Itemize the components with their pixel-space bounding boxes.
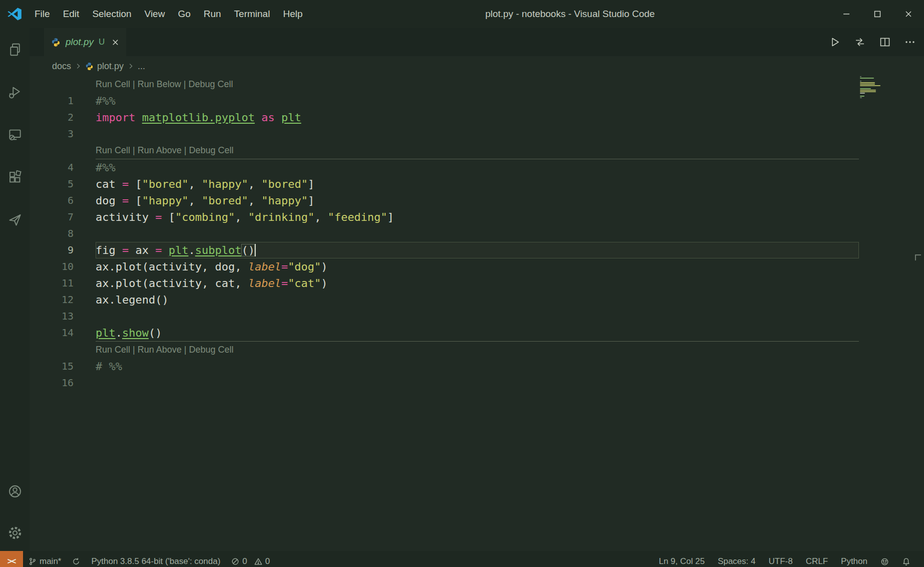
eol-item[interactable]: CRLF [799, 556, 834, 566]
minimap-line [860, 91, 876, 92]
run-debug-icon[interactable] [0, 71, 30, 113]
code-line-content: ax.plot(activity, cat, label="cat") [96, 275, 859, 292]
code-row: 3 [30, 126, 859, 142]
python-file-icon [51, 38, 61, 47]
explorer-icon[interactable] [0, 28, 30, 71]
code-row: 15# %% [30, 358, 859, 375]
breadcrumb-file[interactable]: plot.py [97, 61, 124, 72]
minimap-line [860, 97, 862, 98]
code-row: 11ax.plot(activity, cat, label="cat") [30, 275, 859, 292]
line-number: 13 [30, 308, 74, 325]
minimap-line [860, 96, 864, 97]
open-changes-icon[interactable] [854, 36, 866, 48]
tab-plot-py[interactable]: plot.py U [44, 28, 126, 56]
menu-file[interactable]: File [28, 0, 57, 28]
maximize-button[interactable] [862, 0, 893, 28]
code-row: 13 [30, 308, 859, 325]
menu-help[interactable]: Help [276, 0, 309, 28]
line-number: 9 [30, 242, 74, 258]
menu-edit[interactable]: Edit [57, 0, 86, 28]
language-mode-item[interactable]: Python [834, 556, 874, 566]
minimize-button[interactable] [831, 0, 862, 28]
code-line-content: cat = ["bored", "happy", "bored"] [96, 176, 859, 192]
line-number: 8 [30, 225, 74, 242]
feedback-smiley-icon[interactable] [874, 557, 895, 566]
cursor-position-item[interactable]: Ln 9, Col 25 [652, 556, 711, 566]
code-line-content [96, 308, 859, 325]
paper-plane-icon[interactable] [0, 198, 30, 241]
line-number [30, 342, 74, 358]
text-cursor [255, 244, 256, 256]
sync-item[interactable] [67, 557, 86, 565]
code-row: 6dog = ["happy", "bored", "happy"] [30, 192, 859, 209]
minimap-line [860, 82, 875, 83]
remote-indicator[interactable]: >< [0, 551, 23, 567]
breadcrumb-folder[interactable]: docs [52, 61, 71, 72]
line-number: 10 [30, 258, 74, 275]
minimap-line [860, 93, 865, 94]
line-number: 14 [30, 325, 74, 341]
codelens-content[interactable]: Run Cell | Run Above | Debug Cell [96, 142, 859, 159]
minimap-line [860, 84, 875, 85]
line-number [30, 76, 74, 93]
sync-icon [72, 557, 80, 565]
tab-bar: plot.py U [30, 28, 924, 56]
code-line-content [96, 126, 859, 142]
vscode-logo-icon [7, 7, 22, 22]
tab-close-icon[interactable] [112, 39, 119, 46]
line-number: 12 [30, 292, 74, 308]
status-bar: >< main* Python 3.8.5 64-bit ('base': co… [0, 551, 924, 567]
menu-run[interactable]: Run [197, 0, 228, 28]
encoding-item[interactable]: UTF-8 [762, 556, 799, 566]
minimap[interactable] [860, 76, 882, 100]
breadcrumb-symbol[interactable]: ... [138, 61, 145, 72]
code-line-content: #%% [96, 93, 859, 109]
code-lines: Run Cell | Run Below | Debug Cell1#%%2im… [30, 76, 859, 391]
extensions-icon[interactable] [0, 156, 30, 198]
code-line-content: fig = ax = plt.subplot() [96, 242, 859, 258]
line-number: 4 [30, 159, 74, 176]
code-row: 10ax.plot(activity, dog, label="dog") [30, 258, 859, 275]
close-button[interactable] [893, 0, 924, 28]
run-file-icon[interactable] [829, 36, 841, 48]
chevron-right-icon [127, 63, 134, 70]
code-row: 16 [30, 375, 859, 391]
code-line-content: dog = ["happy", "bored", "happy"] [96, 192, 859, 209]
code-line-content: activity = ["combing", "drinking", "feed… [96, 209, 859, 225]
code-editor[interactable]: Run Cell | Run Below | Debug Cell1#%%2im… [30, 76, 924, 567]
split-editor-icon[interactable] [879, 36, 891, 48]
line-number: 7 [30, 209, 74, 225]
menu-selection[interactable]: Selection [86, 0, 138, 28]
codelens-content[interactable]: Run Cell | Run Below | Debug Cell [96, 76, 859, 93]
settings-gear-icon[interactable] [0, 525, 30, 540]
menubar: File Edit Selection View Go Run Terminal… [28, 0, 309, 28]
code-line-content [96, 375, 859, 391]
python-interpreter-item[interactable]: Python 3.8.5 64-bit ('base': conda) [86, 556, 226, 566]
tab-label: plot.py [66, 37, 94, 48]
remote-explorer-icon[interactable] [0, 113, 30, 156]
line-number: 16 [30, 375, 74, 391]
code-line-content: ax.plot(activity, dog, label="dog") [96, 258, 859, 275]
problems-item[interactable]: 0 0 [226, 556, 275, 566]
menu-view[interactable]: View [138, 0, 172, 28]
minimap-line [860, 90, 876, 91]
line-number: 1 [30, 93, 74, 109]
code-line-content: ax.legend() [96, 292, 859, 308]
python-file-icon [85, 62, 94, 71]
git-untracked-badge: U [99, 37, 105, 47]
more-actions-icon[interactable] [904, 36, 916, 48]
minimap-line [860, 76, 861, 77]
menu-terminal[interactable]: Terminal [228, 0, 277, 28]
git-branch-item[interactable]: main* [23, 556, 67, 566]
line-number [30, 142, 74, 159]
account-icon[interactable] [0, 484, 30, 499]
menu-go[interactable]: Go [171, 0, 197, 28]
code-row: 7activity = ["combing", "drinking", "fee… [30, 209, 859, 225]
codelens-content[interactable]: Run Cell | Run Above | Debug Cell [96, 342, 859, 358]
git-branch-icon [29, 557, 37, 565]
notifications-bell-icon[interactable] [895, 557, 917, 566]
indentation-item[interactable]: Spaces: 4 [711, 556, 762, 566]
line-number: 2 [30, 109, 74, 126]
code-line-content: # %% [96, 358, 859, 375]
line-number: 15 [30, 358, 74, 375]
